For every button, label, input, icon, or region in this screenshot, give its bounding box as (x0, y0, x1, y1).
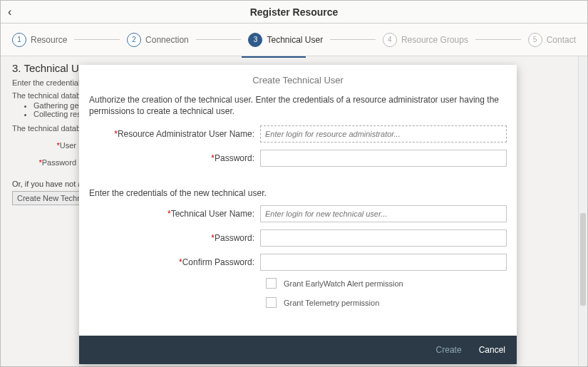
confirm-password-row: *Confirm Password: (89, 254, 507, 271)
page-header: ‹ Register Resource (1, 1, 587, 24)
step-resource-groups[interactable]: 4 Resource Groups (383, 33, 468, 47)
step-connector (74, 39, 120, 40)
create-technical-user-dialog: Create Technical User Authorize the crea… (79, 65, 517, 364)
step-connector (475, 39, 521, 40)
admin-password-row: *Password: (89, 150, 507, 167)
admin-username-input[interactable] (260, 125, 507, 143)
step-label: Connection (145, 35, 189, 45)
create-button[interactable]: Create (436, 345, 462, 355)
page-root: ‹ Register Resource 1 Resource 2 Connect… (0, 0, 588, 367)
step-contact[interactable]: 5 Contact (528, 33, 576, 47)
admin-password-input[interactable] (260, 150, 507, 167)
grant-ewa-label: Grant EarlyWatch Alert permission (284, 279, 403, 288)
cancel-button[interactable]: Cancel (479, 345, 505, 355)
dialog-instruction: Authorize the creation of the technical … (89, 94, 507, 117)
step-label: Resource Groups (401, 35, 468, 45)
step-label: Technical User (267, 35, 323, 45)
section2-instruction: Enter the credentials of the new technic… (89, 188, 507, 198)
grant-telemetry-row: Grant Telemetry permission (266, 297, 507, 308)
step-connection[interactable]: 2 Connection (127, 33, 189, 47)
admin-password-label: *Password: (89, 153, 260, 163)
grant-ewa-row: Grant EarlyWatch Alert permission (266, 278, 507, 289)
grant-telemetry-label: Grant Telemetry permission (284, 299, 379, 307)
vertical-scrollbar[interactable] (578, 56, 587, 366)
dialog-body: Authorize the creation of the technical … (79, 94, 517, 336)
step-connector (330, 39, 376, 40)
step-number: 5 (528, 33, 542, 47)
admin-username-row: *Resource Administrator User Name: (89, 125, 507, 143)
step-label: Resource (31, 35, 67, 45)
step-connector (196, 39, 242, 40)
step-number: 1 (12, 33, 26, 47)
step-label: Contact (547, 35, 576, 45)
tech-password-row: *Password: (89, 229, 507, 247)
dialog-footer: Create Cancel (79, 336, 517, 364)
confirm-password-label: *Confirm Password: (89, 257, 260, 267)
wizard-stepper: 1 Resource 2 Connection 3 Technical User… (1, 24, 587, 56)
grant-ewa-checkbox[interactable] (266, 278, 277, 289)
step-technical-user[interactable]: 3 Technical User (248, 33, 323, 47)
dialog-title: Create Technical User (79, 65, 517, 94)
page-title: Register Resource (250, 6, 339, 18)
tech-username-input[interactable] (260, 205, 507, 222)
grant-telemetry-checkbox[interactable] (266, 297, 277, 308)
back-icon[interactable]: ‹ (8, 6, 11, 19)
tech-password-input[interactable] (260, 229, 507, 247)
tech-username-label: *Technical User Name: (89, 209, 260, 219)
admin-username-label: *Resource Administrator User Name: (89, 129, 260, 139)
step-number: 2 (127, 33, 141, 47)
step-resource[interactable]: 1 Resource (12, 33, 67, 47)
tech-username-row: *Technical User Name: (89, 205, 507, 222)
step-number: 4 (383, 33, 397, 47)
step-number: 3 (248, 33, 262, 47)
tech-password-label: *Password: (89, 233, 260, 243)
scrollbar-thumb[interactable] (580, 213, 586, 306)
confirm-password-input[interactable] (260, 254, 507, 271)
